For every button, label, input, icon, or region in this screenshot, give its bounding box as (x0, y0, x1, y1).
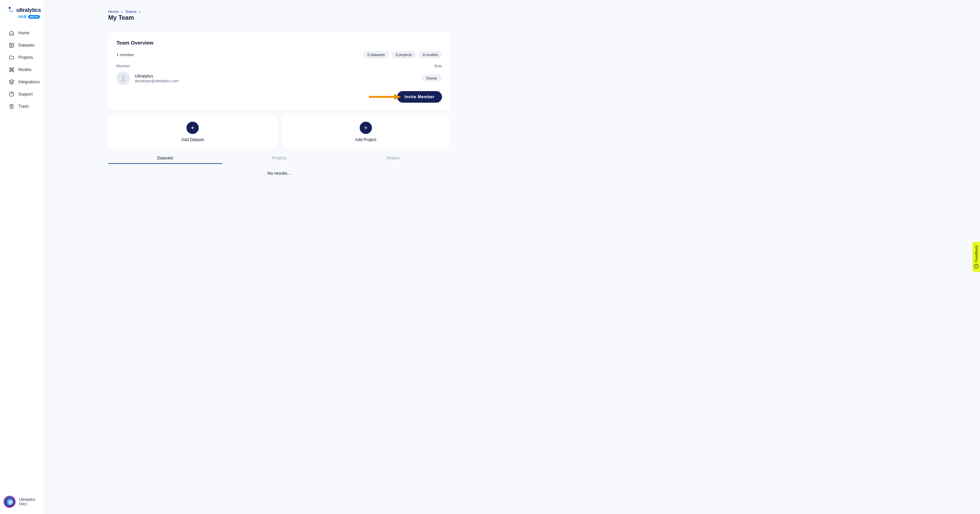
sidebar-item-home[interactable]: Home (0, 27, 44, 39)
smile-icon (974, 264, 978, 268)
sidebar-nav: Home Datasets Projects Models Integratio… (0, 24, 44, 113)
col-role: Role (434, 64, 442, 68)
sidebar-item-integrations[interactable]: Integrations (0, 76, 44, 88)
brand-sub: HUB (18, 15, 27, 19)
breadcrumb-teams[interactable]: Teams (125, 10, 137, 14)
brand-logo[interactable]: ultralytics HUB BETA (0, 5, 44, 24)
members-table-head: Member Role (116, 64, 442, 68)
logo-mark-icon (8, 6, 14, 14)
plus-icon (360, 122, 372, 134)
image-icon (9, 43, 14, 48)
tab-models[interactable]: Models (336, 152, 450, 164)
user-plan: PRO (19, 502, 35, 506)
role-badge: Owner (422, 75, 442, 82)
folder-icon (9, 55, 14, 60)
chevron-right-icon: > (138, 10, 141, 14)
sidebar-item-models[interactable]: Models (0, 63, 44, 76)
feedback-label: Feedback (974, 246, 978, 262)
add-project-card[interactable]: Add Project (282, 115, 450, 148)
add-dataset-card[interactable]: Add Dataset (108, 115, 277, 148)
table-row: Ultralytics developer@ultralytics.com Ow… (116, 71, 442, 85)
brand-name: ultralytics (16, 7, 41, 13)
user-name: Ultralytics (19, 497, 35, 502)
sidebar-item-trash[interactable]: Trash (0, 100, 44, 113)
chevron-right-icon: > (121, 10, 123, 14)
overview-heading: Team Overview (116, 40, 442, 46)
member-name: Ultralytics (135, 74, 179, 79)
sidebar-user[interactable]: Ultralytics PRO (0, 490, 44, 514)
beta-badge: BETA (28, 15, 40, 19)
team-overview-card: Team Overview 1 member 0 datasets 0 proj… (108, 32, 450, 111)
trash-icon (9, 104, 14, 109)
sidebar-item-projects[interactable]: Projects (0, 51, 44, 63)
invite-member-button[interactable]: Invite Member (397, 91, 442, 103)
user-avatar-icon (3, 496, 16, 508)
tab-datasets[interactable]: Datasets (108, 152, 222, 164)
sidebar-item-label: Models (18, 67, 32, 72)
stat-datasets: 0 datasets (363, 51, 389, 59)
member-email: developer@ultralytics.com (135, 79, 179, 83)
sidebar-item-label: Projects (18, 55, 33, 60)
add-project-label: Add Project (355, 137, 376, 142)
svg-point-2 (11, 44, 11, 45)
sidebar-item-label: Home (18, 30, 29, 35)
sidebar-item-label: Support (18, 92, 33, 97)
member-avatar-icon (116, 71, 130, 85)
svg-marker-3 (9, 79, 14, 82)
stat-models: 0 models (418, 51, 442, 59)
plus-icon (186, 122, 199, 134)
layers-icon (9, 79, 14, 85)
help-icon (9, 92, 14, 97)
member-count: 1 member (116, 53, 134, 57)
stat-projects: 0 projects (392, 51, 416, 59)
sidebar-item-label: Trash (18, 104, 29, 109)
stats-pills: 0 datasets 0 projects 0 models (363, 51, 442, 59)
add-cards-row: Add Dataset Add Project (108, 115, 450, 148)
breadcrumb-home[interactable]: Home (108, 10, 119, 14)
svg-point-12 (974, 264, 978, 268)
main-content: Home > Teams > My Team Team Overview 1 m… (44, 0, 980, 514)
breadcrumb: Home > Teams > (108, 10, 450, 14)
command-icon (9, 67, 14, 72)
page-title: My Team (108, 14, 450, 21)
sidebar-item-label: Integrations (18, 79, 40, 84)
empty-state: No results... (108, 171, 450, 176)
add-dataset-label: Add Dataset (181, 137, 204, 142)
feedback-button[interactable]: Feedback (972, 242, 980, 272)
content-tabs: Datasets Projects Models (108, 152, 450, 164)
sidebar-item-support[interactable]: Support (0, 88, 44, 100)
home-icon (9, 30, 14, 36)
sidebar-item-datasets[interactable]: Datasets (0, 39, 44, 51)
tab-projects[interactable]: Projects (222, 152, 336, 164)
sidebar-item-label: Datasets (18, 43, 34, 48)
annotation-arrow-icon (369, 94, 401, 100)
sidebar: ultralytics HUB BETA Home Datasets Proje… (0, 0, 44, 514)
svg-point-0 (9, 7, 11, 9)
col-member: Member (116, 64, 130, 68)
